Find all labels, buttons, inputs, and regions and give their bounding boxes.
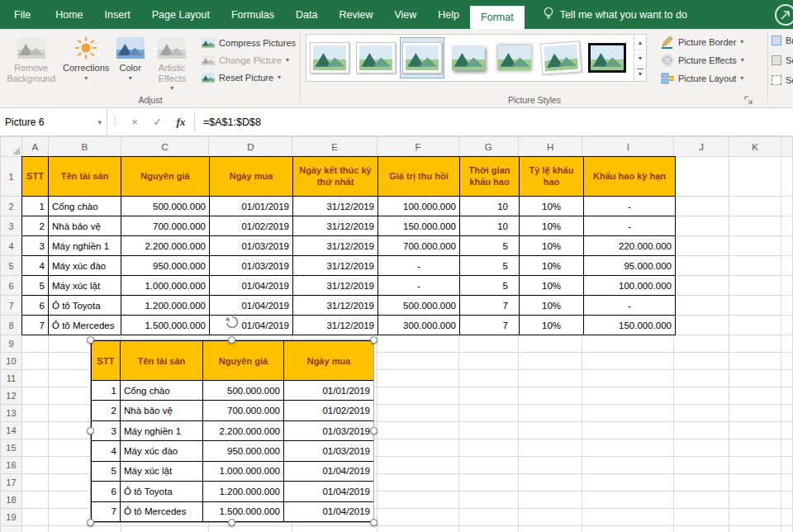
table-cell[interactable]: 31/12/2019	[293, 276, 378, 296]
column-header-clipped[interactable]	[781, 137, 792, 157]
select-all-corner[interactable]	[1, 137, 22, 157]
grid-cell[interactable]	[582, 370, 674, 387]
grid-cell[interactable]	[21, 370, 48, 387]
color-button[interactable]: Color ▾	[112, 32, 150, 88]
grid-cell[interactable]	[781, 296, 792, 316]
grid-cell[interactable]	[378, 492, 459, 509]
table-cell[interactable]: 2	[22, 216, 49, 236]
table-cell[interactable]: 10%	[520, 316, 584, 335]
remove-background-button[interactable]: Remove Background	[2, 32, 60, 88]
table-cell[interactable]: 2.200.000.000	[121, 236, 210, 256]
grid-cell[interactable]	[458, 526, 518, 532]
table-cell[interactable]: 31/12/2019	[293, 197, 378, 216]
row-header-10[interactable]: 10	[1, 353, 22, 370]
row-header-8[interactable]: 8	[1, 316, 22, 335]
grid-cell[interactable]	[582, 387, 674, 405]
grid-cell[interactable]	[582, 457, 674, 474]
resize-handle-bottom-center[interactable]	[228, 519, 235, 526]
grid-cell[interactable]	[21, 457, 48, 474]
formula-input[interactable]: =$A$1:$D$8	[197, 108, 268, 135]
grid-cell[interactable]	[21, 474, 48, 492]
grid-cell[interactable]	[378, 405, 459, 422]
grid-cell[interactable]	[378, 370, 459, 387]
table-cell[interactable]: 700.000.000	[121, 216, 210, 236]
grid-cell[interactable]	[781, 405, 792, 422]
grid-cell[interactable]	[292, 526, 378, 532]
row-header-6[interactable]: 6	[1, 276, 22, 296]
grid-cell[interactable]	[582, 474, 674, 492]
change-picture-button[interactable]: Change Picture ▾	[198, 51, 299, 69]
row-header-16[interactable]: 16	[1, 457, 22, 474]
grid-cell[interactable]	[674, 492, 729, 509]
grid-cell[interactable]	[781, 256, 792, 276]
grid-cell[interactable]	[518, 353, 582, 370]
grid-cell[interactable]	[729, 256, 781, 276]
grid-cell[interactable]	[781, 492, 792, 509]
row-header-14[interactable]: 14	[1, 422, 22, 439]
table-header[interactable]: Khấu hao kỳ hạn	[584, 157, 676, 197]
grid-cell[interactable]	[518, 526, 582, 532]
picture-effects-button[interactable]: Picture Effects ▾	[658, 51, 767, 69]
table-cell[interactable]: Nhà bảo vệ	[49, 216, 121, 236]
grid-cell[interactable]	[674, 197, 729, 216]
name-box[interactable]: Picture 6 ▾	[0, 108, 107, 135]
artistic-effects-button[interactable]: Artistic Effects ▾	[150, 32, 196, 92]
row-header-9[interactable]: 9	[1, 335, 22, 353]
grid-cell[interactable]	[518, 335, 582, 353]
insert-function-button[interactable]: fx	[169, 108, 192, 135]
grid-cell[interactable]	[674, 509, 729, 526]
grid-cell[interactable]	[674, 405, 729, 422]
picture-border-button[interactable]: Picture Border ▾	[658, 33, 767, 50]
table-cell[interactable]: 10	[460, 197, 520, 216]
resize-handle-top-right[interactable]	[370, 336, 378, 344]
grid-cell[interactable]	[518, 439, 582, 457]
table-cell[interactable]: 01/04/2019	[210, 276, 293, 296]
table-cell[interactable]: 10	[460, 216, 520, 236]
grid-cell[interactable]	[729, 405, 781, 422]
table-cell[interactable]: 1.000.000.000	[121, 276, 210, 296]
tab-data[interactable]: Data	[285, 0, 328, 29]
table-cell[interactable]: 3	[22, 236, 49, 256]
grid-cell[interactable]	[21, 353, 48, 370]
grid-cell[interactable]	[781, 353, 792, 370]
grid-cell[interactable]	[21, 526, 48, 532]
enter-button[interactable]: ✓	[146, 108, 169, 135]
grid-cell[interactable]	[781, 474, 792, 492]
column-header-E[interactable]: E	[292, 137, 378, 157]
grid-cell[interactable]	[582, 492, 674, 509]
grid-cell[interactable]	[674, 474, 729, 492]
grid-cell[interactable]	[21, 492, 48, 509]
grid-cell[interactable]	[729, 236, 781, 256]
grid-cell[interactable]	[781, 197, 792, 216]
row-header-13[interactable]: 13	[1, 405, 22, 422]
grid-cell[interactable]	[781, 509, 792, 526]
grid-cell[interactable]	[674, 370, 729, 387]
grid-cell[interactable]	[582, 335, 674, 353]
grid-cell[interactable]	[781, 526, 792, 532]
grid-cell[interactable]	[729, 335, 781, 353]
table-cell[interactable]: 1.200.000.000	[121, 296, 210, 316]
compress-pictures-button[interactable]: Compress Pictures	[198, 34, 299, 51]
grid-cell[interactable]	[781, 335, 792, 353]
grid-cell[interactable]	[781, 157, 792, 197]
grid-cell[interactable]	[674, 296, 729, 316]
table-header[interactable]: Tên tài sản	[49, 157, 121, 197]
column-header-C[interactable]: C	[121, 137, 209, 157]
table-header[interactable]: Giá trị thu hồi	[378, 157, 460, 197]
table-cell[interactable]: Ô tô Toyota	[49, 296, 121, 316]
gallery-scroll-up-icon[interactable]: ▲	[634, 35, 646, 50]
grid-cell[interactable]	[378, 439, 459, 457]
grid-cell[interactable]	[21, 422, 48, 439]
table-cell[interactable]: Máy nghiền 1	[49, 236, 121, 256]
grid-cell[interactable]	[582, 422, 674, 439]
table-cell[interactable]: Máy xúc đào	[49, 256, 121, 276]
column-header-J[interactable]: J	[674, 137, 729, 157]
resize-handle-top-center[interactable]	[228, 336, 235, 344]
table-cell[interactable]: 31/12/2019	[293, 216, 378, 236]
grid-cell[interactable]	[582, 405, 674, 422]
dialog-launcher-icon[interactable]	[743, 94, 753, 105]
picture-layout-button[interactable]: Picture Layout ▾	[658, 69, 767, 87]
grid-cell[interactable]	[729, 509, 781, 526]
resize-handle-middle-right[interactable]	[370, 427, 378, 435]
grid-cell[interactable]	[518, 474, 582, 492]
